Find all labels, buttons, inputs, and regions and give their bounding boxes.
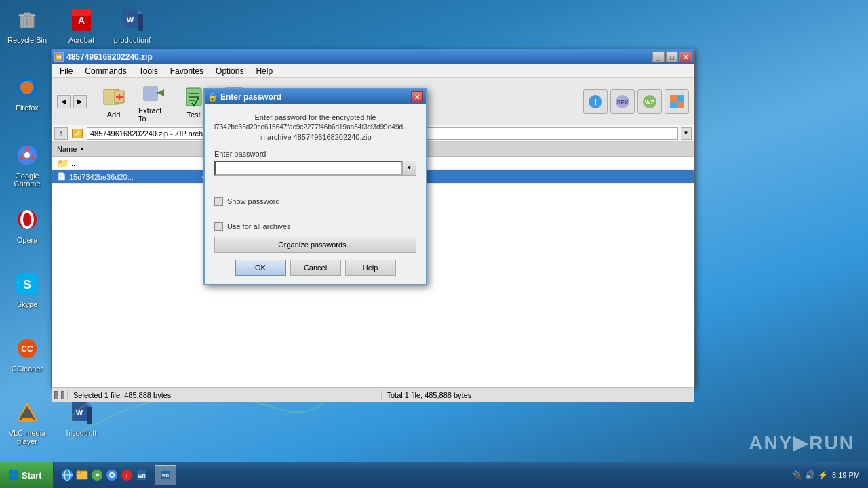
windows-logo-icon <box>8 470 19 481</box>
tray-network-icon[interactable]: 🔌 <box>791 470 802 481</box>
desktop: Recycle Bin A Acrobat W productionf <box>0 0 868 488</box>
dialog-titlebar: 🔒 Enter password ✕ <box>205 89 426 104</box>
taskbar-antivirus-icon[interactable]: ! <box>120 468 134 482</box>
start-button[interactable]: Start <box>0 462 54 488</box>
svg-rect-73 <box>77 471 81 474</box>
organize-passwords-button[interactable]: Organize passwords... <box>214 237 416 253</box>
svg-rect-68 <box>14 476 19 481</box>
cancel-button[interactable]: Cancel <box>290 260 341 276</box>
dialog-title-icon: 🔒 <box>208 92 218 102</box>
help-button[interactable]: Help <box>345 260 396 276</box>
password-dropdown-button[interactable]: ▼ <box>403 161 416 176</box>
taskbar-winrar-task[interactable]: WR <box>155 465 176 485</box>
password-input[interactable] <box>214 161 403 176</box>
svg-rect-67 <box>9 476 14 481</box>
ok-button[interactable]: OK <box>235 260 286 276</box>
use-for-all-checkbox[interactable] <box>214 222 223 231</box>
dialog-description: Enter password for the encrypted file l7… <box>214 113 416 143</box>
use-for-all-label: Use for all archives <box>227 222 291 230</box>
show-password-label: Show password <box>227 197 280 205</box>
modal-overlay: 🔒 Enter password ✕ Enter password for th… <box>0 0 868 488</box>
dialog-body: Enter password for the encrypted file l7… <box>205 104 426 284</box>
enter-password-dialog: 🔒 Enter password ✕ Enter password for th… <box>203 88 427 285</box>
system-clock[interactable]: 8:19 PM <box>832 471 863 479</box>
taskbar-items: ! WR WR <box>54 465 786 485</box>
password-input-row: ▼ <box>214 161 416 176</box>
start-label: Start <box>22 470 42 481</box>
dialog-title: Enter password <box>220 92 281 102</box>
svg-point-78 <box>110 474 113 477</box>
tray-power-icon[interactable]: ⚡ <box>817 470 828 481</box>
password-label: Enter password <box>214 150 416 158</box>
show-password-checkbox-row: Show password <box>214 197 416 206</box>
taskbar: Start ! WR <box>0 462 868 488</box>
taskbar-ie-icon[interactable] <box>60 468 74 482</box>
svg-text:!: ! <box>125 473 127 479</box>
tray-volume-icon[interactable]: 🔊 <box>804 470 815 481</box>
taskbar-winrar-task-icon: WR <box>161 470 170 480</box>
dialog-buttons: OK Cancel Help <box>214 260 416 276</box>
taskbar-tray: 🔌 🔊 ⚡ 8:19 PM <box>786 470 868 481</box>
taskbar-winrar-icon[interactable]: WR <box>135 468 149 482</box>
svg-text:WR: WR <box>138 474 146 479</box>
show-password-checkbox[interactable] <box>214 197 223 206</box>
svg-rect-65 <box>9 470 14 475</box>
svg-text:WR: WR <box>162 474 170 478</box>
use-for-all-checkbox-row: Use for all archives <box>214 222 416 231</box>
anyrun-watermark: ANY▶RUN <box>749 432 854 454</box>
svg-rect-66 <box>14 470 19 475</box>
dialog-close-button[interactable]: ✕ <box>411 92 423 102</box>
taskbar-chrome-icon[interactable] <box>105 468 119 482</box>
taskbar-explorer-icon[interactable] <box>75 468 89 482</box>
taskbar-media-icon[interactable] <box>90 468 104 482</box>
